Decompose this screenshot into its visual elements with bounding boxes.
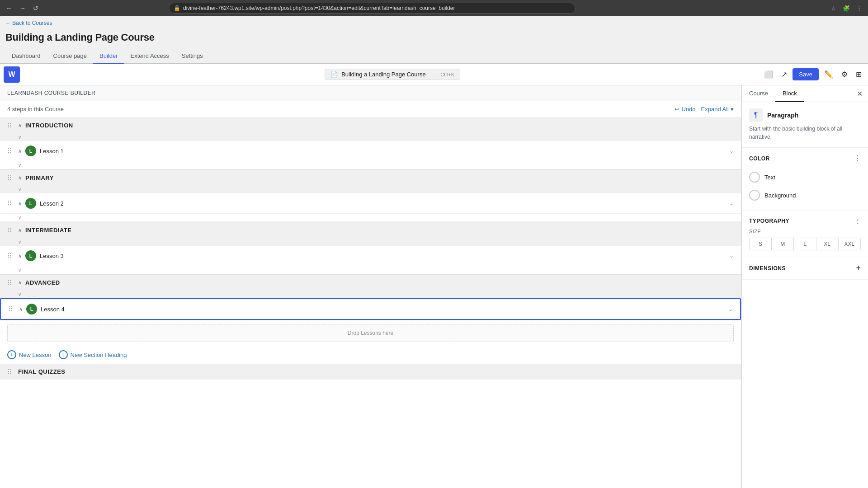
size-l-button[interactable]: L: [794, 238, 816, 250]
panel-close-button[interactable]: ✕: [851, 86, 868, 102]
save-button[interactable]: Save: [793, 68, 819, 80]
extensions-icon[interactable]: 🧩: [840, 4, 852, 13]
drag-handle-icon: ⠿: [7, 122, 12, 129]
lesson-2-expand-icon[interactable]: ⌄: [729, 200, 734, 206]
lesson-2-icon: L: [25, 198, 36, 209]
lesson-3-expand-row[interactable]: ∨: [0, 266, 741, 274]
section-chevron-down-icon: ∨: [18, 239, 21, 244]
section-primary-header[interactable]: ⠿ ∧ PRIMARY: [0, 170, 741, 186]
steps-actions: ↩ Undo Expand All ▾: [675, 106, 734, 113]
view-icon-button[interactable]: ⬜: [761, 67, 776, 81]
chevron-up-icon: ∧: [18, 175, 22, 181]
panel-block-header: ¶ Paragraph: [749, 108, 861, 122]
lesson-chevron-down-icon: ∨: [18, 215, 21, 220]
size-m-button[interactable]: M: [772, 238, 794, 250]
section-expand-row[interactable]: ∨: [0, 133, 741, 141]
section-chevron-down-icon: ∨: [18, 292, 21, 297]
layout-view-button[interactable]: ⊞: [853, 67, 864, 81]
text-color-circle[interactable]: [749, 172, 760, 183]
section-chevron-down-icon: ∨: [18, 187, 21, 192]
undo-label: Undo: [681, 106, 695, 113]
drag-handle-lesson-icon: ⠿: [7, 200, 12, 207]
back-button[interactable]: ←: [4, 4, 14, 13]
tab-extend-access[interactable]: Extend Access: [124, 49, 175, 64]
undo-icon: ↩: [675, 106, 679, 113]
section-advanced-header[interactable]: ⠿ ∧ ADVANCED: [0, 275, 741, 291]
expand-all-label: Expand All: [701, 106, 729, 113]
menu-icon[interactable]: ⋮: [854, 4, 864, 13]
section-introduction-title: INTRODUCTION: [25, 122, 73, 129]
back-to-courses-link[interactable]: ← Back to Courses: [5, 20, 52, 26]
section-chevron-down-icon: ∨: [18, 135, 21, 140]
lesson-3-icon: L: [25, 250, 36, 261]
tab-settings[interactable]: Settings: [175, 49, 209, 64]
chevron-up-icon: ∧: [18, 227, 22, 233]
editor-toolbar: W 📄 Building a Landing Page Course Ctrl+…: [0, 64, 868, 85]
background-color-circle[interactable]: [749, 190, 760, 201]
toolbar-center: 📄 Building a Landing Page Course Ctrl+K: [25, 69, 760, 80]
tab-builder[interactable]: Builder: [93, 49, 124, 64]
section-advanced: ⠿ ∧ ADVANCED ∨ ⠿ ∧ L Lesson 4: [0, 275, 741, 320]
section-introduction: ⠿ ∧ INTRODUCTION ∨ ⠿ ∧ L Lesson 1: [0, 117, 741, 170]
forward-button[interactable]: →: [17, 4, 28, 13]
lesson-row-4[interactable]: ⠿ ∧ L Lesson 4 ⌄: [0, 298, 741, 320]
add-lesson-label: New Lesson: [19, 352, 52, 358]
edit-mode-button[interactable]: ✏️: [821, 67, 836, 81]
size-s-button[interactable]: S: [750, 238, 772, 250]
panel-tab-block[interactable]: Block: [775, 85, 804, 102]
keyboard-shortcut: Ctrl+K: [440, 72, 454, 77]
app-wrapper: ← Back to Courses Building a Landing Pag…: [0, 16, 868, 488]
section-final-quizzes-header[interactable]: ⠿ FINAL QUIZZES: [0, 364, 741, 380]
lesson-2-expand-row[interactable]: ∨: [0, 214, 741, 222]
address-bar[interactable]: 🔒 divine-feather-76243.wp1.site/wp-admin…: [169, 3, 576, 14]
add-section-button[interactable]: + New Section Heading: [59, 350, 127, 359]
section-intermediate-expand-row[interactable]: ∨: [0, 238, 741, 246]
text-color-option[interactable]: Text: [749, 168, 861, 186]
lesson-chevron-up-icon: ∧: [18, 201, 22, 206]
lesson-3-expand-icon[interactable]: ⌄: [729, 253, 734, 259]
wp-logo-button[interactable]: W: [4, 66, 20, 83]
browser-toolbar-icons: ☆ 🧩 ⋮: [829, 4, 864, 13]
lesson-row-2[interactable]: ⠿ ∧ L Lesson 2 ⌄: [0, 193, 741, 214]
size-xxl-button[interactable]: XXL: [839, 238, 860, 250]
color-more-icon[interactable]: ⋮: [854, 154, 861, 163]
lesson-row-3[interactable]: ⠿ ∧ L Lesson 3 ⌄: [0, 246, 741, 266]
expand-chevron-icon: ▾: [731, 106, 734, 113]
expand-all-button[interactable]: Expand All ▾: [701, 106, 734, 113]
bookmark-icon[interactable]: ☆: [829, 4, 839, 13]
settings-view-button[interactable]: ⚙: [839, 67, 850, 81]
lesson-row-1[interactable]: ⠿ ∧ L Lesson 1 ⌄: [0, 141, 741, 161]
lesson-4-expand-icon[interactable]: ⌄: [728, 306, 733, 312]
typography-section-title: Typography: [749, 218, 789, 224]
panel-typography-section: Typography ⋮ SIZE S M L XL XXL: [742, 211, 868, 257]
drag-handle-lesson-icon: ⠿: [7, 252, 12, 259]
lesson-3-name: Lesson 3: [40, 253, 726, 259]
lesson-1-expand-row[interactable]: ∨: [0, 161, 741, 169]
section-primary-expand-row[interactable]: ∨: [0, 186, 741, 193]
section-advanced-title: ADVANCED: [25, 279, 60, 286]
add-lesson-button[interactable]: + New Lesson: [7, 350, 52, 359]
builder-title: LearnDash Course Builder: [7, 90, 95, 96]
url-text: divine-feather-76243.wp1.site/wp-admin/p…: [183, 5, 455, 11]
tab-course-page[interactable]: Course page: [47, 49, 93, 64]
post-title-display[interactable]: 📄 Building a Landing Page Course Ctrl+K: [325, 69, 460, 80]
drag-handle-lesson-icon: ⠿: [8, 305, 13, 313]
tab-dashboard[interactable]: Dashboard: [5, 49, 47, 64]
size-label: SIZE: [749, 229, 861, 234]
refresh-button[interactable]: ↺: [31, 4, 41, 13]
breadcrumb[interactable]: ← Back to Courses: [0, 16, 868, 30]
lesson-1-expand-icon[interactable]: ⌄: [729, 148, 734, 154]
section-intermediate-header[interactable]: ⠿ ∧ INTERMEDIATE: [0, 222, 741, 238]
background-color-option[interactable]: Background: [749, 186, 861, 204]
section-advanced-expand-row[interactable]: ∨: [0, 291, 741, 298]
panel-tab-course[interactable]: Course: [742, 85, 775, 102]
paragraph-icon: ¶: [749, 108, 763, 122]
chevron-up-icon: ∧: [18, 122, 22, 128]
typography-more-icon[interactable]: ⋮: [855, 217, 861, 224]
size-xl-button[interactable]: XL: [816, 238, 839, 250]
section-introduction-header[interactable]: ⠿ ∧ INTRODUCTION: [0, 117, 741, 133]
undo-button[interactable]: ↩ Undo: [675, 106, 695, 113]
preview-icon-button[interactable]: ↗: [778, 67, 790, 81]
add-dimension-button[interactable]: +: [856, 263, 861, 273]
section-final-quizzes-title: FINAL QUIZZES: [18, 368, 65, 375]
